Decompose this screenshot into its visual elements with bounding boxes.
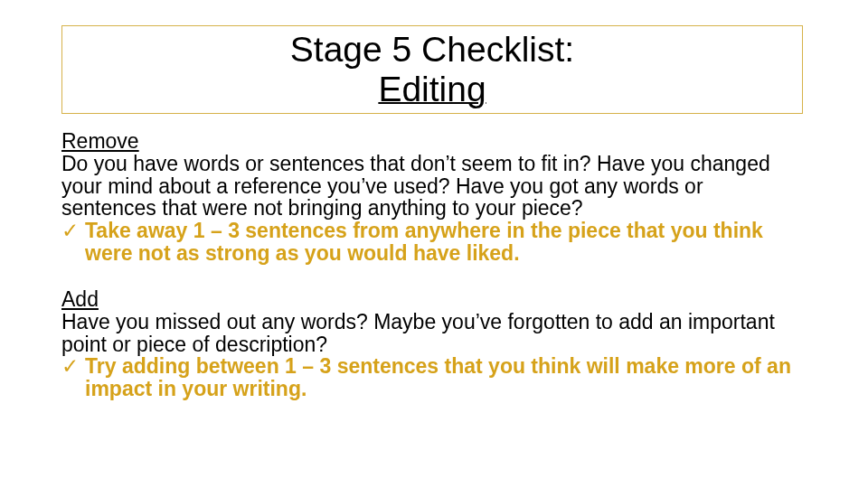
check-add: ✓ Try adding between 1 – 3 sentences tha… bbox=[61, 355, 803, 400]
title-line-1: Stage 5 Checklist: bbox=[70, 30, 795, 70]
section-remove: Remove Do you have words or sentences th… bbox=[61, 130, 803, 265]
heading-remove: Remove bbox=[61, 130, 803, 153]
check-icon: ✓ bbox=[61, 355, 79, 378]
paragraph-remove: Do you have words or sentences that don’… bbox=[61, 153, 803, 220]
section-add: Add Have you missed out any words? Maybe… bbox=[61, 288, 803, 400]
heading-add: Add bbox=[61, 288, 803, 311]
check-remove-text: Take away 1 – 3 sentences from anywhere … bbox=[85, 219, 763, 265]
title-line-2: Editing bbox=[70, 70, 795, 109]
title-box: Stage 5 Checklist: Editing bbox=[61, 25, 803, 114]
check-add-text: Try adding between 1 – 3 sentences that … bbox=[85, 354, 791, 400]
body: Remove Do you have words or sentences th… bbox=[61, 130, 803, 424]
slide: Stage 5 Checklist: Editing Remove Do you… bbox=[0, 0, 868, 488]
check-remove: ✓ Take away 1 – 3 sentences from anywher… bbox=[61, 220, 803, 265]
check-icon: ✓ bbox=[61, 220, 79, 242]
paragraph-add: Have you missed out any words? Maybe you… bbox=[61, 311, 803, 356]
